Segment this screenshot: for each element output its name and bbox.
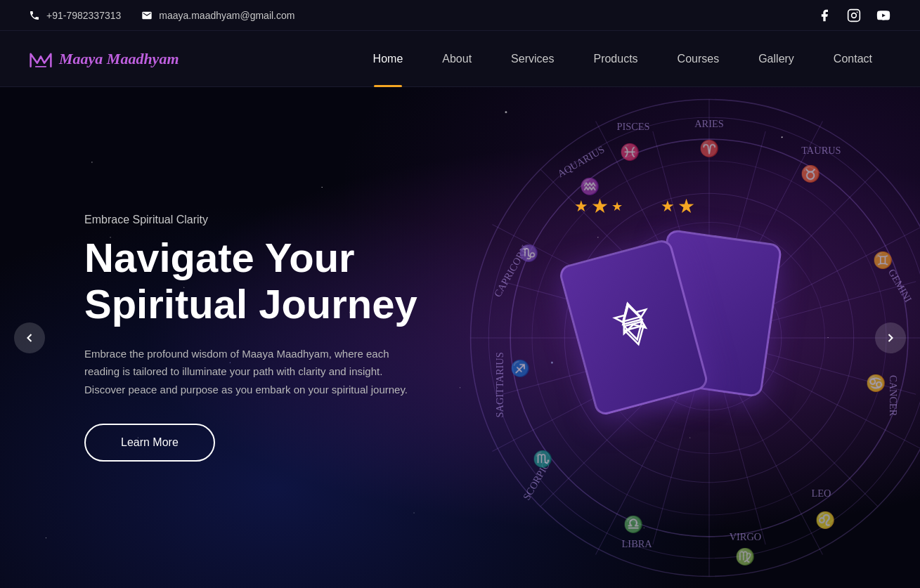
svg-text:GEMINI: GEMINI — [886, 266, 914, 303]
svg-text:♍: ♍ — [735, 547, 756, 566]
svg-text:♑: ♑ — [519, 243, 539, 262]
svg-text:♐: ♐ — [510, 359, 531, 378]
svg-text:LEO: LEO — [811, 488, 831, 499]
nav-services[interactable]: Services — [491, 31, 574, 87]
svg-text:♈: ♈ — [699, 138, 720, 157]
nav-about[interactable]: About — [422, 31, 491, 87]
hero-subtitle: Embrace Spiritual Clarity — [84, 214, 450, 226]
svg-text:♓: ♓ — [620, 142, 640, 161]
learn-more-button[interactable]: Learn More — [84, 424, 215, 462]
top-bar-contacts: +91-7982337313 maaya.maadhyam@gmail.com — [28, 9, 294, 22]
svg-text:♉: ♉ — [801, 164, 821, 183]
top-bar: +91-7982337313 maaya.maadhyam@gmail.com — [0, 0, 920, 31]
svg-point-1 — [852, 13, 857, 18]
svg-text:♋: ♋ — [866, 374, 886, 393]
nav-courses[interactable]: Courses — [658, 31, 739, 87]
svg-text:ARIES: ARIES — [694, 117, 724, 129]
svg-text:♏: ♏ — [533, 449, 553, 468]
svg-text:PISCES: PISCES — [616, 120, 649, 131]
svg-text:VIRGO: VIRGO — [730, 531, 762, 542]
email-contact[interactable]: maaya.maadhyam@gmail.com — [141, 9, 294, 22]
carousel-next-button[interactable] — [875, 322, 906, 353]
tarot-cards: ★ ★ ★ ★ ★ — [576, 222, 772, 433]
nav-contact[interactable]: Contact — [814, 31, 892, 87]
phone-contact[interactable]: +91-7982337313 — [28, 9, 121, 22]
phone-icon — [28, 9, 41, 22]
svg-rect-0 — [848, 9, 860, 21]
svg-text:CANCER: CANCER — [888, 375, 899, 417]
hero-title: Navigate Your Spiritual Journey — [84, 235, 450, 328]
email-address: maaya.maadhyam@gmail.com — [159, 10, 294, 21]
svg-text:SAGITTARIUS: SAGITTARIUS — [494, 352, 505, 417]
youtube-icon[interactable] — [875, 7, 892, 24]
hero-description: Embrace the profound wisdom of Maaya Maa… — [84, 345, 408, 399]
hero-content: Embrace Spiritual Clarity Navigate Your … — [84, 214, 450, 462]
social-links — [816, 7, 892, 24]
svg-text:♊: ♊ — [873, 251, 893, 270]
carousel-prev-button[interactable] — [14, 322, 45, 353]
svg-text:TAURUS: TAURUS — [801, 144, 841, 155]
phone-number: +91-7982337313 — [46, 10, 121, 21]
navbar: Maaya Maadhyam Home About Services Produ… — [0, 31, 920, 87]
instagram-icon[interactable] — [846, 7, 862, 24]
svg-text:♒: ♒ — [580, 177, 600, 196]
nav-links: Home About Services Products Courses Gal… — [354, 31, 892, 87]
logo[interactable]: Maaya Maadhyam — [28, 46, 179, 72]
svg-point-2 — [857, 11, 858, 13]
nav-home[interactable]: Home — [354, 31, 423, 87]
svg-text:LIBRA: LIBRA — [622, 538, 653, 549]
hero-section: ARIES ♈ TAURUS ♉ GEMINI ♊ CANCER ♋ LEO ♌… — [0, 87, 920, 588]
nav-products[interactable]: Products — [574, 31, 657, 87]
logo-text: Maaya Maadhyam — [59, 50, 179, 68]
nav-gallery[interactable]: Gallery — [739, 31, 814, 87]
email-icon — [141, 9, 153, 22]
svg-text:♌: ♌ — [815, 511, 836, 530]
facebook-icon[interactable] — [816, 7, 833, 24]
svg-text:♎: ♎ — [623, 514, 644, 533]
